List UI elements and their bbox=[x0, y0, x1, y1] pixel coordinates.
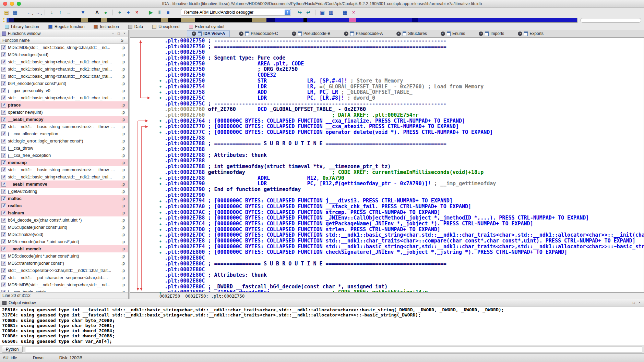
function-row[interactable]: f__aeabi_memclr.p bbox=[0, 245, 128, 252]
function-row[interactable]: fstd::__ndk1::basic_string<char,std::__n… bbox=[0, 73, 128, 80]
function-row[interactable]: fMD5::update(uchar const*,uint).p bbox=[0, 224, 128, 231]
function-row[interactable]: fj_getAuthString.p bbox=[0, 188, 128, 195]
function-row[interactable]: fj__cxa_allocate_exception.p bbox=[0, 130, 128, 137]
disassembly-line[interactable]: .plt:0002E758 ADD LR, PC, LR ; _GLOBAL_O… bbox=[165, 89, 644, 95]
jump-to-address-button[interactable]: ↓ bbox=[48, 9, 56, 16]
output-close-icon[interactable]: × bbox=[637, 301, 642, 304]
function-row[interactable]: fstd::__ndk1::basic_string<char,std::__n… bbox=[0, 65, 128, 73]
disassembly-line[interactable]: .plt:0002E75C LDR PC, [LR,#8]! ; dword_0 bbox=[165, 95, 644, 101]
function-row[interactable]: fMD5::encode(uchar *,uint const*,uint).p bbox=[0, 238, 128, 245]
debugger-run-button[interactable]: ▶ bbox=[147, 9, 155, 16]
function-row[interactable]: fptrace.p bbox=[0, 101, 128, 109]
tab-close-icon[interactable]: × bbox=[396, 32, 401, 36]
disassembly-line[interactable]: .plt:0002E750 STR LR, [SP,#-4]! ; Store … bbox=[165, 78, 644, 84]
tab-ida-view-a[interactable]: ×IDA View-A bbox=[187, 30, 230, 37]
disassembly-line[interactable]: .plt:0002E764 ; [0000000C BYTES: COLLAPS… bbox=[165, 118, 644, 124]
disassembly-line[interactable]: .plt:0002E80C ; =============== S U B R … bbox=[165, 261, 644, 267]
disassembly-line[interactable]: .plt:0002E7A0 ; [0000000C BYTES: COLLAPS… bbox=[165, 204, 644, 210]
disassembly-line[interactable]: .plt:0002E80C ; _DWORD __fastcall b64_de… bbox=[165, 284, 644, 290]
navigate-forward-button[interactable]: →▾ bbox=[34, 9, 41, 16]
tab-imports[interactable]: ×Imports bbox=[474, 30, 509, 37]
add-watch-button[interactable]: + bbox=[124, 9, 132, 16]
record-button[interactable]: ● bbox=[102, 9, 109, 16]
disassembly-line[interactable]: .plt:0002E7AC ; [0000000C BYTES: COLLAPS… bbox=[165, 210, 644, 215]
tab-close-icon[interactable]: × bbox=[344, 32, 348, 36]
jump-by-name-button[interactable]: ↑ bbox=[57, 9, 64, 16]
function-row[interactable]: fstd::logic_error::logic_error(char cons… bbox=[0, 137, 128, 145]
close-window-button[interactable] bbox=[3, 2, 7, 6]
panel-close-icon[interactable]: × bbox=[122, 32, 127, 35]
function-row[interactable]: fstd::__ndk1::__basic_string_common<true… bbox=[0, 166, 128, 173]
function-row[interactable]: fstd::__ndk1::basic_string<char,std::__n… bbox=[0, 58, 128, 65]
function-row[interactable]: fisalnum.p bbox=[0, 209, 128, 216]
function-row[interactable]: fMD5::decode(uint *,uchar const*,uint).p bbox=[0, 252, 128, 260]
disassembly-line[interactable]: .plt:0002E75C ; ------------------------… bbox=[165, 101, 644, 107]
debugger-pause-button[interactable]: Ⅱ bbox=[156, 9, 163, 16]
function-row[interactable]: fMD5::MD5(std::__ndk1::basic_string<char… bbox=[0, 44, 128, 51]
disassembly-line[interactable]: .plt:0002E750 ; ========================… bbox=[165, 44, 644, 50]
disassembly-line[interactable]: .plt:0002E788 ; =============== S U B R … bbox=[165, 141, 644, 147]
disassembly-line[interactable]: .plt:0002E790 ; End of function gettimeo… bbox=[165, 187, 644, 192]
open-file-button[interactable]: ▤ bbox=[3, 9, 10, 16]
disassembly-line[interactable]: .plt:0002E760 off_2E760 DCD _GLOBAL_OFFS… bbox=[165, 107, 644, 112]
disassembly-line[interactable]: .plt:0002E7F4 ; [0000000C BYTES: COLLAPS… bbox=[165, 244, 644, 250]
step-into-button[interactable]: ↪ bbox=[296, 9, 303, 16]
column-function-name[interactable]: Function name bbox=[0, 38, 119, 43]
function-row[interactable]: fstd::__ndk1::__put_character_sequence<c… bbox=[0, 274, 128, 281]
disassembly-line[interactable]: .plt:0002E80C bbox=[165, 267, 644, 273]
add-breakpoint-button[interactable]: + bbox=[116, 9, 123, 16]
run-until-return-button[interactable]: ▣ bbox=[319, 9, 326, 16]
disassembly-line[interactable]: .plt:0002E770 ; [0000000C BYTES: COLLAPS… bbox=[165, 124, 644, 129]
function-row[interactable]: frealloc.p bbox=[0, 202, 128, 209]
function-row[interactable]: fstd::__ndk1::basic_string<char,std::__n… bbox=[0, 94, 128, 101]
debugger-setup-button[interactable]: × bbox=[350, 9, 357, 16]
disassembly-line[interactable]: .plt:0002E750 ; ------------------------… bbox=[165, 38, 644, 44]
disassembly-line[interactable]: .plt:0002E7B8 ; [0000000C BYTES: COLLAPS… bbox=[165, 215, 644, 221]
jump-to-xref-button[interactable]: ↔ bbox=[65, 9, 73, 16]
function-row[interactable]: fMD5::MD5(std::__ndk1::basic_string<char… bbox=[0, 281, 128, 288]
function-row[interactable]: fMD5::finalize(void).p bbox=[0, 231, 128, 238]
disassembly-line[interactable]: .plt:0002E750 ; ORG 0x2E750 bbox=[165, 66, 644, 72]
function-row[interactable]: fMD5::hexdigest(void).p bbox=[0, 51, 128, 58]
function-row[interactable]: fstd::__ndk1::__basic_string_common<true… bbox=[0, 123, 128, 130]
disassembly-line[interactable]: .plt:0002E760 ; DATA XREF: .plt:0002E754… bbox=[165, 112, 644, 118]
disassembly-code[interactable]: .plt:0002E750 ; ------------------------… bbox=[165, 38, 644, 292]
disassembly-line[interactable]: .plt:0002E750 bbox=[165, 49, 644, 55]
breakpoints-list-button[interactable]: ▦ bbox=[341, 9, 349, 16]
disassembly-line[interactable]: .plt:0002E77C ; [0000000C BYTES: COLLAPS… bbox=[165, 129, 644, 135]
function-row[interactable]: fj__cxa_throw.p bbox=[0, 145, 128, 152]
tab-close-icon[interactable]: × bbox=[479, 32, 483, 36]
panel-float-icon[interactable]: □ bbox=[117, 32, 121, 35]
disassembly-line[interactable]: .plt:0002E754 LDR LR, =(_GLOBAL_OFFSET_T… bbox=[165, 84, 644, 90]
ascii-view-button[interactable]: A bbox=[93, 9, 101, 16]
disassembly-line[interactable]: .plt:0002E788 gettimeofday ; CODE XREF: … bbox=[165, 170, 644, 175]
disassembly-line[interactable]: .plt:0002E790 LDR PC, [R12,#(gettimeofda… bbox=[165, 181, 644, 187]
function-row[interactable]: fj__gxx_personality_v0.p bbox=[0, 87, 128, 94]
disassembly-line[interactable]: .plt:0002E7E8 ; [0000000C BYTES: COLLAPS… bbox=[165, 238, 644, 244]
tab-close-icon[interactable]: × bbox=[441, 32, 445, 36]
function-row[interactable]: foperator new(uint).p bbox=[0, 109, 128, 116]
disassembly-line[interactable]: .plt:0002E788 bbox=[165, 135, 644, 141]
tab-exports[interactable]: ×Exports bbox=[513, 30, 548, 37]
function-row[interactable]: fstd::__ndk1::operator<<<char,std::__ndk… bbox=[0, 267, 128, 274]
tab-structures[interactable]: ×Structures bbox=[392, 30, 431, 37]
disassembly-line[interactable]: .plt:0002E80C bbox=[165, 278, 644, 284]
open-debug-windows-button[interactable]: ▥ bbox=[327, 9, 335, 16]
function-row[interactable]: fb64_decode_ex(char const*,uint,uint *).… bbox=[0, 216, 128, 224]
output-body[interactable]: 2E818: using guessed type int __fastcall… bbox=[0, 307, 644, 345]
disassembly-line[interactable]: .plt:0002E788 bbox=[165, 158, 644, 164]
panel-minimize-icon[interactable]: – bbox=[111, 32, 115, 35]
function-row[interactable]: f__aeabi_memmove.p bbox=[0, 180, 128, 188]
disassembly-line[interactable]: .plt:0002E80C ; Attributes: thunk bbox=[165, 272, 644, 278]
disassembly-line[interactable]: .plt:0002E788 ; Attributes: thunk bbox=[165, 152, 644, 158]
function-row[interactable]: fmemcmp.p bbox=[0, 159, 128, 166]
step-over-button[interactable]: ↩ bbox=[305, 9, 312, 16]
disassembly-line[interactable]: .plt:0002E788 bbox=[165, 147, 644, 152]
debugger-stop-button[interactable]: ■ bbox=[164, 9, 172, 16]
disassembly-line[interactable]: .plt:0002E80C j__Z10b64_decodePKcj ; COD… bbox=[165, 289, 644, 292]
function-row[interactable]: fmalloc.p bbox=[0, 195, 128, 202]
disassembly-line[interactable]: .plt:0002E788 ADRL R12, 0x7A790 bbox=[165, 175, 644, 181]
navigate-back-button[interactable]: ←▾ bbox=[25, 9, 33, 16]
navigation-band[interactable] bbox=[7, 18, 577, 23]
minimize-window-button[interactable] bbox=[10, 2, 14, 6]
